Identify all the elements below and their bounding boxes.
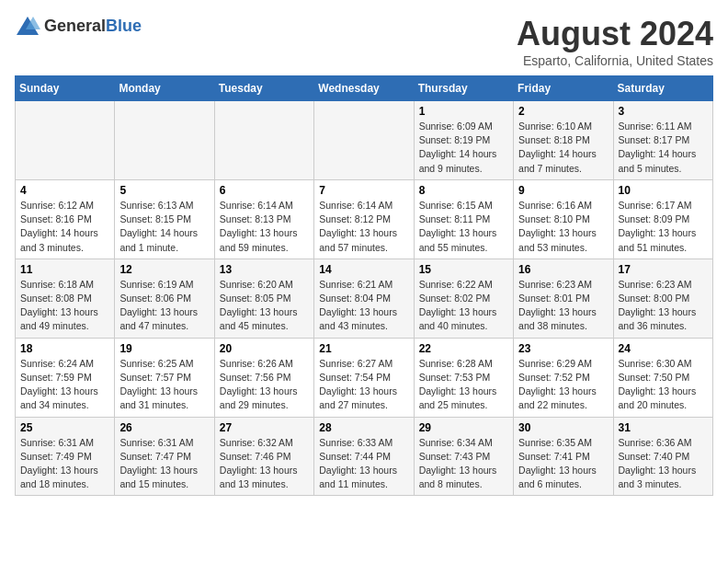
day-number: 9 [518,184,608,197]
day-cell: 15Sunrise: 6:22 AM Sunset: 8:02 PM Dayli… [414,259,513,338]
day-cell: 9Sunrise: 6:16 AM Sunset: 8:10 PM Daylig… [514,179,613,259]
day-cell [115,101,214,180]
week-row-5: 25Sunrise: 6:31 AM Sunset: 7:49 PM Dayli… [16,417,713,496]
day-number: 5 [119,184,209,197]
day-cell: 24Sunrise: 6:30 AM Sunset: 7:50 PM Dayli… [613,338,712,417]
day-info: Sunrise: 6:26 AM Sunset: 7:56 PM Dayligh… [220,357,309,413]
calendar-table: SundayMondayTuesdayWednesdayThursdayFrid… [15,75,713,496]
day-number: 25 [20,421,109,434]
day-info: Sunrise: 6:27 AM Sunset: 7:54 PM Dayligh… [319,357,408,413]
main-title: August 2024 [517,15,713,53]
day-info: Sunrise: 6:30 AM Sunset: 7:50 PM Dayligh… [619,357,708,413]
day-number: 22 [419,342,508,355]
day-info: Sunrise: 6:29 AM Sunset: 7:52 PM Dayligh… [518,357,608,413]
day-info: Sunrise: 6:31 AM Sunset: 7:47 PM Dayligh… [119,436,209,492]
day-number: 17 [619,263,708,276]
day-cell: 14Sunrise: 6:21 AM Sunset: 8:04 PM Dayli… [314,259,414,338]
day-number: 6 [220,184,309,197]
day-number: 23 [518,342,608,355]
col-header-friday: Friday [514,76,613,101]
day-number: 24 [619,342,708,355]
col-header-monday: Monday [115,76,214,101]
logo: GeneralBlue [15,15,142,37]
day-cell: 27Sunrise: 6:32 AM Sunset: 7:46 PM Dayli… [214,417,313,496]
day-info: Sunrise: 6:14 AM Sunset: 8:12 PM Dayligh… [319,199,408,255]
day-number: 20 [220,342,309,355]
week-row-2: 4Sunrise: 6:12 AM Sunset: 8:16 PM Daylig… [16,179,713,259]
day-info: Sunrise: 6:31 AM Sunset: 7:49 PM Dayligh… [20,436,109,492]
day-number: 8 [419,184,508,197]
day-cell: 26Sunrise: 6:31 AM Sunset: 7:47 PM Dayli… [115,417,214,496]
day-number: 7 [319,184,408,197]
day-cell: 12Sunrise: 6:19 AM Sunset: 8:06 PM Dayli… [115,259,214,338]
day-info: Sunrise: 6:22 AM Sunset: 8:02 PM Dayligh… [419,278,508,334]
day-info: Sunrise: 6:23 AM Sunset: 8:00 PM Dayligh… [619,278,708,334]
day-cell: 21Sunrise: 6:27 AM Sunset: 7:54 PM Dayli… [314,338,414,417]
day-cell [16,101,115,180]
day-cell: 18Sunrise: 6:24 AM Sunset: 7:59 PM Dayli… [16,338,115,417]
day-number: 27 [220,421,309,434]
day-info: Sunrise: 6:17 AM Sunset: 8:09 PM Dayligh… [619,199,708,255]
col-header-thursday: Thursday [414,76,513,101]
day-info: Sunrise: 6:15 AM Sunset: 8:11 PM Dayligh… [419,199,508,255]
week-row-4: 18Sunrise: 6:24 AM Sunset: 7:59 PM Dayli… [16,338,713,417]
day-number: 29 [419,421,508,434]
day-info: Sunrise: 6:18 AM Sunset: 8:08 PM Dayligh… [20,278,109,334]
day-info: Sunrise: 6:13 AM Sunset: 8:15 PM Dayligh… [119,199,209,255]
day-cell: 8Sunrise: 6:15 AM Sunset: 8:11 PM Daylig… [414,179,513,259]
day-number: 16 [518,263,608,276]
day-cell: 30Sunrise: 6:35 AM Sunset: 7:41 PM Dayli… [514,417,613,496]
col-header-tuesday: Tuesday [214,76,313,101]
day-number: 2 [518,105,608,118]
day-info: Sunrise: 6:33 AM Sunset: 7:44 PM Dayligh… [319,436,408,492]
day-cell: 22Sunrise: 6:28 AM Sunset: 7:53 PM Dayli… [414,338,513,417]
day-number: 11 [20,263,109,276]
day-cell: 16Sunrise: 6:23 AM Sunset: 8:01 PM Dayli… [514,259,613,338]
day-info: Sunrise: 6:20 AM Sunset: 8:05 PM Dayligh… [220,278,309,334]
day-number: 30 [518,421,608,434]
day-number: 14 [319,263,408,276]
day-info: Sunrise: 6:19 AM Sunset: 8:06 PM Dayligh… [119,278,209,334]
day-number: 21 [319,342,408,355]
day-cell: 29Sunrise: 6:34 AM Sunset: 7:43 PM Dayli… [414,417,513,496]
day-cell: 28Sunrise: 6:33 AM Sunset: 7:44 PM Dayli… [314,417,414,496]
day-info: Sunrise: 6:36 AM Sunset: 7:40 PM Dayligh… [619,436,708,492]
col-header-sunday: Sunday [16,76,115,101]
day-info: Sunrise: 6:16 AM Sunset: 8:10 PM Dayligh… [518,199,608,255]
day-cell: 11Sunrise: 6:18 AM Sunset: 8:08 PM Dayli… [16,259,115,338]
day-number: 1 [419,105,508,118]
day-info: Sunrise: 6:10 AM Sunset: 8:18 PM Dayligh… [518,120,608,176]
day-info: Sunrise: 6:25 AM Sunset: 7:57 PM Dayligh… [119,357,209,413]
day-number: 31 [619,421,708,434]
day-number: 19 [119,342,209,355]
day-cell: 19Sunrise: 6:25 AM Sunset: 7:57 PM Dayli… [115,338,214,417]
day-cell: 4Sunrise: 6:12 AM Sunset: 8:16 PM Daylig… [16,179,115,259]
day-cell: 13Sunrise: 6:20 AM Sunset: 8:05 PM Dayli… [214,259,313,338]
day-number: 18 [20,342,109,355]
day-info: Sunrise: 6:21 AM Sunset: 8:04 PM Dayligh… [319,278,408,334]
day-number: 4 [20,184,109,197]
day-cell: 2Sunrise: 6:10 AM Sunset: 8:18 PM Daylig… [514,101,613,180]
day-cell: 6Sunrise: 6:14 AM Sunset: 8:13 PM Daylig… [214,179,313,259]
day-number: 28 [319,421,408,434]
logo-icon [15,15,40,37]
col-header-saturday: Saturday [613,76,712,101]
day-info: Sunrise: 6:32 AM Sunset: 7:46 PM Dayligh… [220,436,309,492]
day-number: 26 [119,421,209,434]
day-cell [314,101,414,180]
day-number: 3 [619,105,708,118]
week-row-3: 11Sunrise: 6:18 AM Sunset: 8:08 PM Dayli… [16,259,713,338]
day-number: 15 [419,263,508,276]
day-info: Sunrise: 6:11 AM Sunset: 8:17 PM Dayligh… [619,120,708,176]
logo-general: General [44,17,106,35]
day-info: Sunrise: 6:35 AM Sunset: 7:41 PM Dayligh… [518,436,608,492]
header-row: SundayMondayTuesdayWednesdayThursdayFrid… [16,76,713,101]
day-cell: 17Sunrise: 6:23 AM Sunset: 8:00 PM Dayli… [613,259,712,338]
day-cell [214,101,313,180]
day-info: Sunrise: 6:12 AM Sunset: 8:16 PM Dayligh… [20,199,109,255]
day-cell: 31Sunrise: 6:36 AM Sunset: 7:40 PM Dayli… [613,417,712,496]
logo-blue: Blue [106,17,142,35]
day-info: Sunrise: 6:28 AM Sunset: 7:53 PM Dayligh… [419,357,508,413]
day-info: Sunrise: 6:34 AM Sunset: 7:43 PM Dayligh… [419,436,508,492]
day-cell: 20Sunrise: 6:26 AM Sunset: 7:56 PM Dayli… [214,338,313,417]
